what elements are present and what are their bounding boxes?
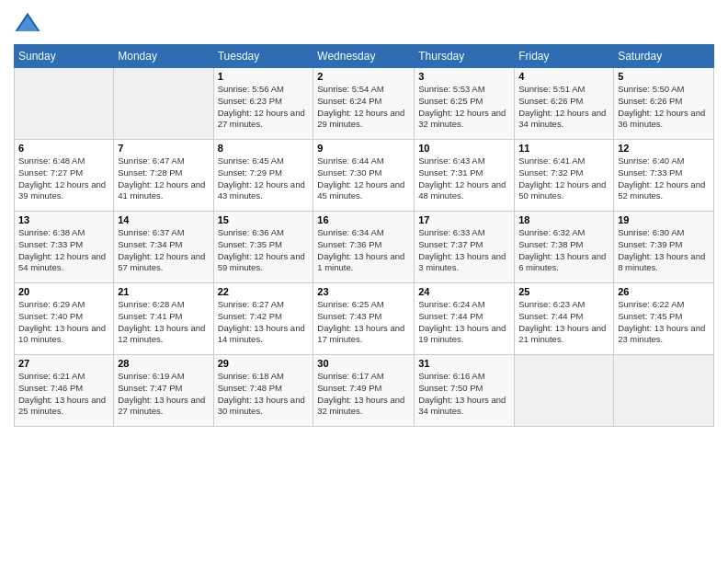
calendar-cell: 24Sunrise: 6:24 AM Sunset: 7:44 PM Dayli… — [415, 283, 515, 355]
day-info: Sunrise: 6:23 AM Sunset: 7:44 PM Dayligh… — [518, 299, 609, 346]
day-info: Sunrise: 6:24 AM Sunset: 7:44 PM Dayligh… — [418, 299, 510, 346]
day-info: Sunrise: 5:51 AM Sunset: 6:26 PM Dayligh… — [518, 84, 609, 131]
col-header-friday: Friday — [515, 45, 614, 68]
calendar-cell — [614, 355, 714, 427]
day-info: Sunrise: 6:44 AM Sunset: 7:30 PM Dayligh… — [317, 155, 410, 202]
day-number: 7 — [118, 143, 209, 154]
col-header-monday: Monday — [114, 45, 213, 68]
day-info: Sunrise: 6:19 AM Sunset: 7:47 PM Dayligh… — [118, 371, 209, 418]
col-header-saturday: Saturday — [614, 45, 714, 68]
calendar-cell: 9Sunrise: 6:44 AM Sunset: 7:30 PM Daylig… — [313, 140, 415, 212]
day-info: Sunrise: 6:28 AM Sunset: 7:41 PM Dayligh… — [118, 299, 209, 346]
calendar-cell: 8Sunrise: 6:45 AM Sunset: 7:29 PM Daylig… — [213, 140, 313, 212]
day-number: 6 — [18, 143, 109, 154]
day-info: Sunrise: 6:27 AM Sunset: 7:42 PM Dayligh… — [218, 299, 310, 346]
day-info: Sunrise: 6:33 AM Sunset: 7:37 PM Dayligh… — [418, 227, 510, 274]
day-number: 27 — [18, 358, 109, 369]
day-number: 20 — [18, 286, 109, 297]
calendar-cell: 19Sunrise: 6:30 AM Sunset: 7:39 PM Dayli… — [614, 212, 714, 283]
logo-icon — [14, 9, 41, 37]
day-info: Sunrise: 6:17 AM Sunset: 7:49 PM Dayligh… — [317, 371, 410, 418]
day-number: 19 — [618, 214, 710, 225]
day-number: 21 — [118, 286, 209, 297]
calendar-table: SundayMondayTuesdayWednesdayThursdayFrid… — [14, 44, 714, 427]
day-number: 31 — [418, 358, 510, 369]
day-number: 8 — [218, 143, 310, 154]
day-info: Sunrise: 6:47 AM Sunset: 7:28 PM Dayligh… — [118, 155, 209, 202]
day-number: 26 — [618, 286, 710, 297]
calendar-cell: 17Sunrise: 6:33 AM Sunset: 7:37 PM Dayli… — [415, 212, 515, 283]
day-info: Sunrise: 6:37 AM Sunset: 7:34 PM Dayligh… — [118, 227, 209, 274]
calendar-cell: 16Sunrise: 6:34 AM Sunset: 7:36 PM Dayli… — [313, 212, 415, 283]
day-info: Sunrise: 6:48 AM Sunset: 7:27 PM Dayligh… — [18, 155, 109, 202]
calendar-cell: 31Sunrise: 6:16 AM Sunset: 7:50 PM Dayli… — [415, 355, 515, 427]
calendar-cell: 5Sunrise: 5:50 AM Sunset: 6:26 PM Daylig… — [614, 68, 714, 140]
day-info: Sunrise: 6:16 AM Sunset: 7:50 PM Dayligh… — [418, 371, 510, 418]
day-number: 24 — [418, 286, 510, 297]
header — [14, 9, 714, 37]
day-number: 11 — [518, 143, 609, 154]
day-info: Sunrise: 6:30 AM Sunset: 7:39 PM Dayligh… — [618, 227, 710, 274]
day-info: Sunrise: 6:29 AM Sunset: 7:40 PM Dayligh… — [18, 299, 109, 346]
day-number: 14 — [118, 214, 209, 225]
day-number: 13 — [18, 214, 109, 225]
calendar-cell — [114, 68, 213, 140]
day-number: 9 — [317, 143, 410, 154]
page: SundayMondayTuesdayWednesdayThursdayFrid… — [0, 0, 728, 563]
day-info: Sunrise: 6:43 AM Sunset: 7:31 PM Dayligh… — [418, 155, 510, 202]
day-number: 16 — [317, 214, 410, 225]
day-info: Sunrise: 6:41 AM Sunset: 7:32 PM Dayligh… — [518, 155, 609, 202]
col-header-thursday: Thursday — [415, 45, 515, 68]
day-number: 1 — [218, 71, 310, 82]
calendar-cell: 27Sunrise: 6:21 AM Sunset: 7:46 PM Dayli… — [15, 355, 114, 427]
calendar-cell: 1Sunrise: 5:56 AM Sunset: 6:23 PM Daylig… — [213, 68, 313, 140]
calendar-cell: 7Sunrise: 6:47 AM Sunset: 7:28 PM Daylig… — [114, 140, 213, 212]
calendar-cell: 14Sunrise: 6:37 AM Sunset: 7:34 PM Dayli… — [114, 212, 213, 283]
day-info: Sunrise: 6:40 AM Sunset: 7:33 PM Dayligh… — [618, 155, 710, 202]
calendar-cell: 23Sunrise: 6:25 AM Sunset: 7:43 PM Dayli… — [313, 283, 415, 355]
day-number: 25 — [518, 286, 609, 297]
day-info: Sunrise: 6:32 AM Sunset: 7:38 PM Dayligh… — [518, 227, 609, 274]
day-number: 15 — [218, 214, 310, 225]
day-info: Sunrise: 6:21 AM Sunset: 7:46 PM Dayligh… — [18, 371, 109, 418]
day-info: Sunrise: 5:54 AM Sunset: 6:24 PM Dayligh… — [317, 84, 410, 131]
calendar-cell: 15Sunrise: 6:36 AM Sunset: 7:35 PM Dayli… — [213, 212, 313, 283]
calendar-cell: 30Sunrise: 6:17 AM Sunset: 7:49 PM Dayli… — [313, 355, 415, 427]
day-info: Sunrise: 6:38 AM Sunset: 7:33 PM Dayligh… — [18, 227, 109, 274]
day-info: Sunrise: 6:22 AM Sunset: 7:45 PM Dayligh… — [618, 299, 710, 346]
calendar-cell: 22Sunrise: 6:27 AM Sunset: 7:42 PM Dayli… — [213, 283, 313, 355]
calendar-cell: 10Sunrise: 6:43 AM Sunset: 7:31 PM Dayli… — [415, 140, 515, 212]
calendar-cell: 29Sunrise: 6:18 AM Sunset: 7:48 PM Dayli… — [213, 355, 313, 427]
day-info: Sunrise: 6:36 AM Sunset: 7:35 PM Dayligh… — [218, 227, 310, 274]
day-info: Sunrise: 5:53 AM Sunset: 6:25 PM Dayligh… — [418, 84, 510, 131]
day-number: 10 — [418, 143, 510, 154]
calendar-cell — [15, 68, 114, 140]
day-number: 18 — [518, 214, 609, 225]
day-number: 12 — [618, 143, 710, 154]
calendar-cell: 20Sunrise: 6:29 AM Sunset: 7:40 PM Dayli… — [15, 283, 114, 355]
calendar-cell — [515, 355, 614, 427]
col-header-wednesday: Wednesday — [313, 45, 415, 68]
day-number: 28 — [118, 358, 209, 369]
calendar-cell: 13Sunrise: 6:38 AM Sunset: 7:33 PM Dayli… — [15, 212, 114, 283]
day-info: Sunrise: 6:34 AM Sunset: 7:36 PM Dayligh… — [317, 227, 410, 274]
day-number: 29 — [218, 358, 310, 369]
day-info: Sunrise: 6:18 AM Sunset: 7:48 PM Dayligh… — [218, 371, 310, 418]
day-number: 2 — [317, 71, 410, 82]
day-info: Sunrise: 5:56 AM Sunset: 6:23 PM Dayligh… — [218, 84, 310, 131]
logo — [14, 9, 43, 37]
day-number: 30 — [317, 358, 410, 369]
day-number: 3 — [418, 71, 510, 82]
day-number: 22 — [218, 286, 310, 297]
day-info: Sunrise: 6:45 AM Sunset: 7:29 PM Dayligh… — [218, 155, 310, 202]
calendar-cell: 12Sunrise: 6:40 AM Sunset: 7:33 PM Dayli… — [614, 140, 714, 212]
calendar-cell: 28Sunrise: 6:19 AM Sunset: 7:47 PM Dayli… — [114, 355, 213, 427]
calendar-cell: 3Sunrise: 5:53 AM Sunset: 6:25 PM Daylig… — [415, 68, 515, 140]
calendar-cell: 26Sunrise: 6:22 AM Sunset: 7:45 PM Dayli… — [614, 283, 714, 355]
day-number: 4 — [518, 71, 609, 82]
day-number: 23 — [317, 286, 410, 297]
col-header-sunday: Sunday — [15, 45, 114, 68]
col-header-tuesday: Tuesday — [213, 45, 313, 68]
calendar-cell: 21Sunrise: 6:28 AM Sunset: 7:41 PM Dayli… — [114, 283, 213, 355]
day-number: 5 — [618, 71, 710, 82]
